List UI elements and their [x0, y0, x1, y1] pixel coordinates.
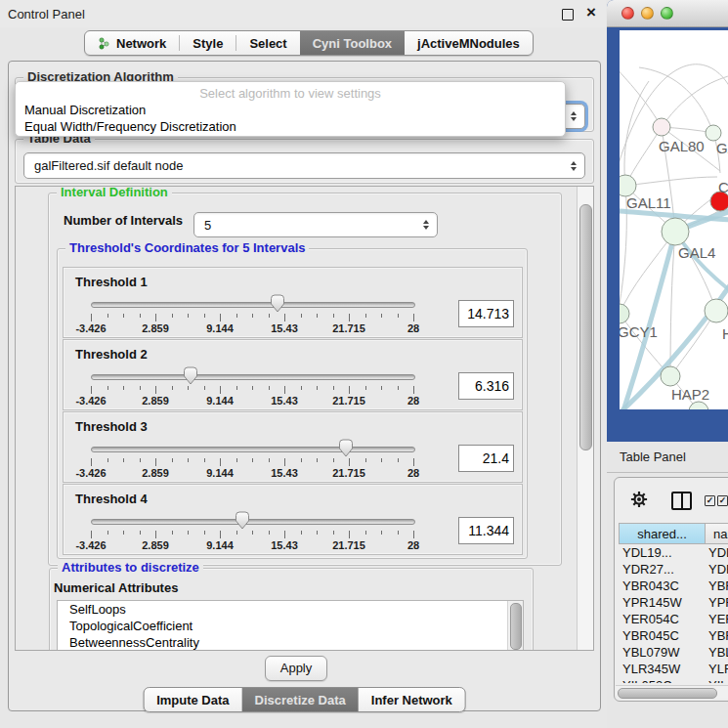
bottom-tab-infer-network[interactable]: Infer Network: [359, 688, 465, 711]
table-data-combobox[interactable]: galFiltered.sif default node: [23, 152, 585, 179]
numerical-attributes-list[interactable]: SelfLoopsTopologicalCoefficientBetweenne…: [57, 600, 524, 651]
column-header-name[interactable]: name: [706, 523, 728, 544]
network-canvas[interactable]: GAL80GACGAL11GAL4GCY1HHAP2: [620, 30, 728, 409]
network-node[interactable]: [706, 125, 721, 141]
table-header-row: shared... name: [619, 523, 728, 544]
slider-track[interactable]: [91, 374, 415, 380]
network-node[interactable]: [662, 218, 689, 245]
cell-shared-name[interactable]: YLR345W: [619, 661, 704, 677]
close-icon[interactable]: ×: [586, 3, 596, 22]
float-window-icon[interactable]: [562, 9, 574, 21]
threshold-value-field[interactable]: 6.316: [458, 372, 514, 400]
network-window-titlebar[interactable]: [607, 0, 728, 27]
table-hscrollbar-thumb[interactable]: [618, 688, 717, 699]
table-row[interactable]: YLR345WYLR345W: [619, 661, 728, 677]
tab-jactivemnodules[interactable]: jActiveMNodules: [405, 31, 533, 55]
cell-name[interactable]: YDR27...: [704, 561, 728, 578]
slider-scale-label: 15.43: [271, 539, 298, 551]
table-row[interactable]: YBL079WYBL079W: [619, 644, 728, 661]
slider-tick: [301, 531, 302, 535]
tab-style[interactable]: Style: [180, 31, 236, 55]
list-scrollbar-track[interactable]: [507, 601, 523, 651]
cell-name[interactable]: YER054C: [704, 611, 728, 627]
cell-name[interactable]: YBL079W: [704, 644, 728, 661]
split-view-icon[interactable]: [671, 492, 692, 510]
bottom-tab-impute-data[interactable]: Impute Data: [144, 688, 241, 711]
table-row[interactable]: YPR145WYPR145W: [619, 594, 728, 611]
algorithm-option[interactable]: Manual Discretization: [16, 102, 565, 118]
pane-scrollbar-track[interactable]: [577, 187, 593, 650]
slider-ticks: [91, 386, 413, 395]
checkbox-icon[interactable]: ✓: [705, 495, 715, 506]
network-node[interactable]: [620, 304, 629, 323]
cell-name[interactable]: YLR345W: [704, 661, 728, 677]
gear-icon[interactable]: [630, 491, 648, 508]
cell-name[interactable]: YDL19...: [704, 544, 728, 561]
table-row[interactable]: YIL052CYIL052C: [619, 677, 728, 683]
slider-handle[interactable]: [338, 439, 354, 457]
slider-scale-label: 2.859: [142, 322, 169, 334]
cell-shared-name[interactable]: YER054C: [619, 611, 704, 627]
cell-name[interactable]: YBR045C: [704, 627, 728, 644]
traffic-light-zoom-icon[interactable]: [661, 7, 673, 20]
attribute-list-item[interactable]: BetweennessCentrality: [58, 634, 523, 651]
slider-handle[interactable]: [270, 294, 285, 313]
cell-name[interactable]: YIL052C: [704, 677, 728, 683]
table-row[interactable]: YDL19...YDL19...: [619, 544, 728, 561]
slider-tick: [172, 531, 173, 535]
table-row[interactable]: YER054CYER054C: [619, 611, 728, 627]
number-of-intervals-combobox[interactable]: 5: [193, 212, 438, 237]
table-row[interactable]: YDR27...YDR27...: [619, 561, 728, 578]
cell-shared-name[interactable]: YBL079W: [619, 644, 704, 661]
cell-name[interactable]: YPR145W: [704, 594, 728, 611]
slider-scale: -3.4262.8599.14415.4321.71528: [91, 539, 413, 551]
tab-label: Style: [193, 36, 223, 51]
network-node[interactable]: [653, 118, 670, 136]
apply-button[interactable]: Apply: [265, 656, 327, 681]
cell-shared-name[interactable]: YPR145W: [619, 594, 704, 611]
network-node-label: C: [718, 179, 728, 195]
cell-shared-name[interactable]: YDR27...: [619, 561, 704, 578]
threshold-value-field[interactable]: 14.713: [458, 300, 514, 327]
attribute-list-item[interactable]: SelfLoops: [58, 601, 523, 618]
slider-handle[interactable]: [235, 511, 250, 530]
cell-shared-name[interactable]: YBR045C: [619, 627, 704, 644]
tab-cyni-toolbox[interactable]: Cyni Toolbox: [300, 31, 405, 55]
pane-scrollbar-thumb[interactable]: [579, 204, 592, 450]
table-row[interactable]: YBR043CYBR043C: [619, 578, 728, 594]
threshold-value-field[interactable]: 11.344: [458, 517, 514, 544]
tab-network[interactable]: Network: [85, 31, 179, 55]
slider-tick: [252, 314, 253, 318]
table-row[interactable]: YBR045CYBR045C: [619, 627, 728, 644]
network-node[interactable]: [661, 366, 680, 386]
slider-track[interactable]: [91, 447, 415, 452]
slider-track[interactable]: [91, 519, 415, 525]
slider-tick: [252, 458, 253, 462]
threshold-value-field[interactable]: 21.4: [458, 445, 514, 472]
slider-tick: [91, 458, 92, 466]
traffic-light-minimize-icon[interactable]: [641, 7, 654, 20]
network-node[interactable]: [705, 299, 728, 322]
algorithm-option[interactable]: Equal Width/Frequency Discretization: [16, 118, 565, 135]
cell-shared-name[interactable]: YIL052C: [619, 677, 704, 683]
slider-track[interactable]: [91, 302, 415, 308]
algorithm-placeholder-option[interactable]: Select algorithm to view settings: [16, 85, 565, 102]
cell-shared-name[interactable]: YBR043C: [619, 578, 704, 594]
slider-tick: [236, 314, 237, 318]
slider-tick: [269, 458, 270, 462]
slider-tick: [365, 458, 366, 462]
tab-select[interactable]: Select: [236, 31, 299, 55]
checkbox-icon[interactable]: ✓: [717, 495, 728, 506]
bottom-tab-discretize-data[interactable]: Discretize Data: [242, 688, 359, 711]
slider-tick: [123, 531, 124, 535]
traffic-light-close-icon[interactable]: [621, 7, 634, 20]
slider-handle[interactable]: [183, 366, 198, 385]
list-scrollbar-thumb[interactable]: [510, 603, 522, 650]
cell-name[interactable]: YBR043C: [704, 578, 728, 594]
attribute-list-item[interactable]: TopologicalCoefficient: [58, 618, 523, 634]
column-header-shared[interactable]: shared...: [619, 523, 706, 544]
thresholds-group: Threshold's Coordinates for 5 Intervals …: [57, 248, 528, 559]
table-hscrollbar-track[interactable]: [616, 685, 728, 699]
network-node[interactable]: [620, 175, 636, 196]
cell-shared-name[interactable]: YDL19...: [619, 544, 704, 561]
